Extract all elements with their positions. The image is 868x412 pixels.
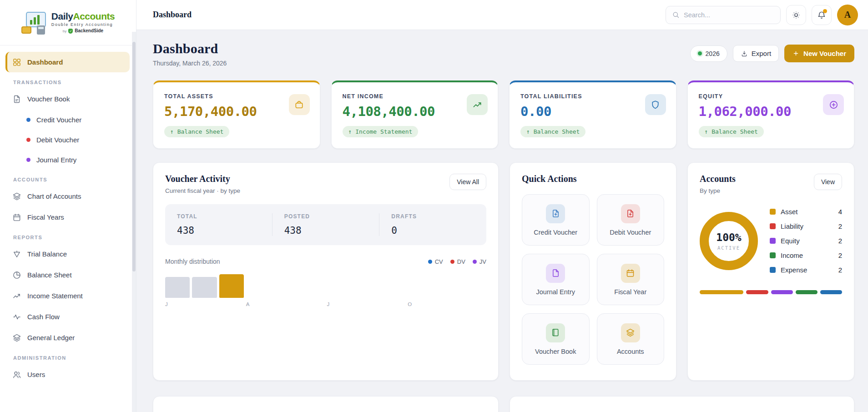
cv-dot-icon	[428, 260, 432, 264]
brand-logo[interactable]: DailyAccounts Double Entry Accounting by…	[0, 0, 136, 45]
bottom-row	[153, 396, 854, 412]
chart-bar	[273, 272, 298, 298]
stat-badge: ↑ Balance Sheet	[164, 126, 229, 137]
partial-card-right	[510, 396, 854, 412]
widgets-row: Voucher Activity Current fiscal year · b…	[153, 162, 854, 381]
legend-row-income: Income 2	[770, 251, 842, 259]
voucher-activity-card: Voucher Activity Current fiscal year · b…	[153, 162, 499, 381]
stat-value: 5,170,400.00	[164, 104, 309, 119]
calendar-icon	[621, 264, 640, 283]
layers-icon	[12, 333, 21, 342]
distribution-segment	[746, 290, 768, 294]
quick-action-fiscal-year[interactable]: Fiscal Year	[597, 254, 665, 305]
partial-card-left	[153, 396, 499, 412]
sidebar-item-cash-flow[interactable]: Cash Flow	[5, 306, 130, 327]
sidebar-item-label: Trial Balance	[27, 250, 67, 258]
quick-action-voucher-book[interactable]: Voucher Book	[522, 313, 590, 365]
debit-voucher-dot-icon	[26, 138, 30, 142]
dv-dot-icon	[450, 260, 454, 264]
sidebar-item-debit-voucher[interactable]: Debit Voucher	[5, 130, 130, 150]
sidebar-item-trial-balance[interactable]: Trial Balance	[5, 244, 130, 264]
export-label: Export	[752, 50, 771, 57]
sidebar-item-label: Credit Voucher	[36, 116, 81, 124]
search-icon	[672, 11, 680, 19]
donut-percent: 100%	[716, 231, 741, 243]
legend-row-expense: Expense 2	[770, 266, 842, 274]
stat-value: 1,062,000.00	[699, 104, 843, 119]
brand-company: BackendSide	[75, 29, 103, 34]
notifications-button[interactable]	[812, 5, 832, 25]
book-icon	[546, 323, 565, 342]
chart-bar	[219, 272, 244, 298]
accounts-view-button[interactable]: View	[814, 174, 842, 190]
monthly-bar-chart-ticks: JAJO	[165, 301, 486, 307]
stat-card-total-liabilities: TOTAL LIABILITIES 0.00 ↑ Balance Sheet	[509, 80, 676, 149]
sidebar-item-label: Users	[27, 371, 45, 378]
sidebar-item-credit-voucher[interactable]: Credit Voucher	[5, 110, 130, 130]
page-title: Dashboard	[153, 41, 227, 56]
sidebar-item-chart-of-accounts[interactable]: Chart of Accounts	[5, 186, 130, 206]
chart-legend: CV DV JV	[428, 258, 486, 265]
file-text-icon	[12, 95, 21, 104]
export-button[interactable]: Export	[733, 45, 779, 62]
chart-bar	[165, 272, 190, 298]
sidebar-item-fiscal-years[interactable]: Fiscal Years	[5, 207, 130, 227]
credit-voucher-dot-icon	[26, 118, 30, 122]
view-all-button[interactable]: View All	[449, 174, 486, 190]
calendar-icon	[12, 213, 21, 222]
quick-action-journal-entry[interactable]: Journal Entry	[522, 254, 590, 305]
sun-icon	[792, 10, 801, 20]
accounts-card: Accounts By type View 100% ACTIVE	[687, 162, 854, 381]
sidebar-item-journal-entry[interactable]: Journal Entry	[5, 150, 130, 170]
sidebar-item-general-ledger[interactable]: General Ledger	[5, 327, 130, 348]
sidebar-item-voucher-book[interactable]: Voucher Book	[5, 89, 130, 109]
sidebar-item-label: General Ledger	[27, 334, 75, 342]
sidebar-item-users[interactable]: Users	[5, 364, 130, 385]
quick-action-credit-voucher[interactable]: Credit Voucher	[522, 194, 590, 246]
fiscal-year-pill[interactable]: 2026	[690, 45, 727, 62]
sidebar-scrollbar-thumb[interactable]	[132, 42, 136, 271]
scale-icon	[12, 250, 21, 259]
chart-tick-label: A	[246, 301, 271, 307]
stat-label: EQUITY	[699, 93, 843, 100]
distribution-segment	[796, 290, 818, 294]
chart-bar	[462, 272, 486, 298]
quick-action-debit-voucher[interactable]: Debit Voucher	[597, 194, 665, 246]
accounts-distribution-bar	[700, 290, 842, 294]
stat-value: 0.00	[520, 104, 665, 119]
quick-action-accounts[interactable]: Accounts	[597, 313, 665, 365]
chart-tick-label: J	[327, 301, 352, 307]
sidebar-section-transactions: TRANSACTIONS	[13, 80, 130, 85]
chart-tick-label	[354, 301, 378, 307]
sidebar-item-balance-sheet[interactable]: Balance Sheet	[5, 265, 130, 285]
new-voucher-button[interactable]: New Voucher	[784, 45, 854, 62]
chart-bar	[300, 272, 324, 298]
active-year-dot-icon	[698, 51, 702, 55]
notification-badge	[823, 9, 827, 13]
stat-card-total-assets: TOTAL ASSETS 5,170,400.00 ↑ Balance Shee…	[153, 80, 320, 149]
sidebar-item-income-statement[interactable]: Income Statement	[5, 286, 130, 306]
fiscal-year-label: 2026	[706, 50, 720, 57]
search-box[interactable]	[666, 6, 781, 24]
trending-up-icon	[12, 291, 21, 301]
legend-cv: CV	[428, 258, 443, 265]
topbar-title: Dashboard	[153, 10, 192, 20]
grid-icon	[12, 58, 21, 67]
chart-tick-label	[435, 301, 459, 307]
chart-tick-label	[219, 301, 244, 307]
accounts-legend: Asset 4 Liability 2 Equity	[770, 208, 842, 274]
sidebar-item-label: Fiscal Years	[27, 213, 64, 221]
sidebar-item-label: Income Statement	[27, 292, 83, 300]
sidebar-item-dashboard[interactable]: Dashboard	[5, 52, 130, 72]
brand-name: DailyAccounts	[51, 11, 115, 21]
user-avatar[interactable]: A	[837, 5, 858, 25]
chart-bar	[435, 272, 459, 298]
sidebar-scrollbar[interactable]	[132, 32, 136, 412]
new-voucher-label: New Voucher	[803, 50, 846, 57]
theme-toggle-button[interactable]	[786, 5, 806, 25]
search-input[interactable]	[684, 11, 774, 19]
chart-bar	[246, 272, 271, 298]
stat-label: TOTAL ASSETS	[164, 93, 309, 100]
shield-icon	[645, 94, 666, 115]
asset-swatch-icon	[770, 209, 776, 215]
